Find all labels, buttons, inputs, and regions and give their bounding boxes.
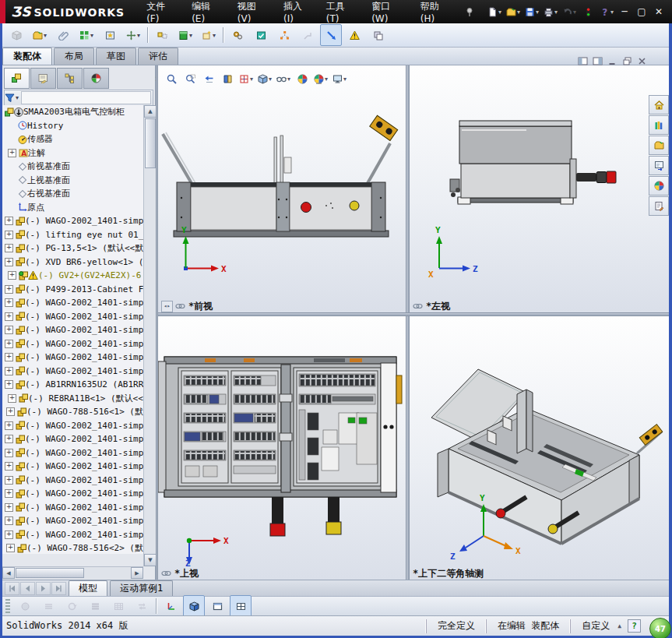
expand-toggle[interactable]: + (8, 149, 16, 157)
tree-item[interactable]: +(-) XVD BR6-yellow<1> ( (2, 256, 143, 270)
close-window-button[interactable]: ✕ (650, 5, 667, 19)
new-document-button[interactable]: ▾ (486, 2, 503, 21)
tree-item[interactable]: 右视基准面 (2, 187, 143, 201)
minimize-window-button[interactable]: ─ (616, 5, 633, 19)
displaymanager-tab[interactable] (83, 68, 109, 89)
dropdown-arrow-icon[interactable]: ▾ (189, 32, 192, 39)
mate-button[interactable] (52, 24, 74, 46)
open-button[interactable]: ▾ (505, 2, 522, 21)
tree-item[interactable]: 上视基准面 (2, 174, 143, 188)
explode-line-sketch-button[interactable] (297, 24, 318, 46)
restore-document-button[interactable] (620, 55, 634, 66)
tree-vertical-scrollbar[interactable]: ▲ ▼ (143, 105, 156, 566)
filter-dropdown-icon[interactable]: ▾ (16, 94, 19, 101)
dropdown-arrow-icon[interactable]: ▾ (287, 76, 290, 83)
tab-layout[interactable]: 布局 (54, 48, 94, 65)
design-library-button[interactable] (649, 115, 669, 135)
dropdown-arrow-icon[interactable]: ▾ (498, 9, 501, 16)
scroll-right-button[interactable]: ▶ (131, 567, 143, 579)
tab-motion-study-1[interactable]: 运动算例1 (110, 580, 173, 596)
linear-component-pattern-button[interactable]: ▾ (76, 24, 97, 46)
tree-item[interactable]: +(-) RE8RA11B<1> (默认<< (2, 392, 143, 406)
dropdown-arrow-icon[interactable]: ▾ (44, 32, 47, 39)
tree-item[interactable]: +(-) WAGO-2002_1401-simp (2, 514, 143, 528)
instant3d-button[interactable] (320, 24, 342, 46)
tree-item[interactable]: +(-) WAGO-2002_1401-simp (2, 214, 143, 228)
filter-input[interactable] (21, 91, 151, 104)
options-traffic-light-button[interactable] (579, 2, 596, 21)
insert-components-button[interactable]: ▾ (29, 24, 51, 46)
tree-item[interactable]: +(-) WAGO-2002_1401-simp (2, 323, 143, 337)
status-expand-arrow-icon[interactable]: ▲ (613, 622, 626, 629)
motion-study-button[interactable] (227, 24, 248, 46)
tree-item[interactable]: +(-) WAGO-2002_1401-simp (2, 501, 143, 515)
expand-toggle[interactable]: + (5, 258, 13, 266)
tree-item[interactable]: +(-) GV2+(GV2+AE2X)-6 (2, 269, 143, 283)
assemblyxpert-button[interactable] (250, 24, 272, 46)
undo-button[interactable]: ▾ (561, 2, 578, 21)
previous-view-button[interactable] (199, 69, 218, 88)
edit-appearance-button[interactable] (293, 69, 311, 88)
dropdown-arrow-icon[interactable]: ▾ (610, 9, 614, 16)
dropdown-arrow-icon[interactable]: ▾ (213, 32, 216, 39)
tree-item[interactable]: 前视基准面 (2, 160, 143, 174)
expand-toggle[interactable]: + (5, 367, 13, 375)
expand-toggle[interactable]: + (5, 421, 13, 430)
next-tab-button[interactable] (36, 582, 51, 595)
dropdown-arrow-icon[interactable]: ▾ (90, 32, 93, 39)
tree-item[interactable]: +(-) WAGO-2002_1401-simp (2, 474, 143, 488)
tree-item[interactable]: +(-) WAGO-788-516<1> (默 (2, 405, 143, 419)
tree-item[interactable]: History (2, 119, 143, 133)
expand-toggle[interactable]: + (5, 530, 13, 539)
tree-item[interactable]: +(-) PG-13,5<1> (默认<<默 (2, 241, 143, 256)
previous-tab-button[interactable] (20, 582, 35, 595)
expand-toggle[interactable]: + (5, 312, 13, 321)
dropdown-arrow-icon[interactable]: ▾ (517, 9, 520, 16)
expand-toggle[interactable]: + (6, 407, 15, 416)
dropdown-arrow-icon[interactable]: ▾ (554, 9, 558, 16)
tree-item[interactable]: +(-) WAGO-2002_1401-simp (2, 460, 143, 474)
pin-menu-button[interactable] (463, 4, 477, 19)
expand-toggle[interactable]: + (5, 353, 13, 361)
filter-driving-button[interactable] (37, 595, 59, 617)
print-button[interactable]: ▾ (542, 2, 559, 21)
display-style-button[interactable]: ▾ (255, 69, 274, 88)
section-view-button[interactable] (218, 69, 237, 88)
smart-fasteners-button[interactable] (99, 24, 121, 46)
minimize-document-button[interactable] (605, 55, 619, 66)
axes-visibility-button[interactable] (160, 595, 181, 617)
expand-toggle[interactable]: + (5, 449, 13, 457)
expand-toggle[interactable]: + (5, 462, 13, 471)
dropdown-arrow-icon[interactable]: ▾ (137, 32, 140, 39)
scroll-down-button[interactable]: ▼ (144, 554, 157, 566)
expand-toggle[interactable]: + (5, 380, 13, 389)
dropdown-arrow-icon[interactable]: ▾ (536, 9, 539, 16)
tree-item[interactable]: +A注解 (2, 146, 143, 160)
tree-item[interactable]: +(-) WAGO-2002_1401-simp (2, 487, 143, 501)
scroll-up-button[interactable]: ▲ (144, 105, 157, 118)
expand-toggle[interactable]: + (5, 503, 13, 512)
tree-item[interactable]: 原点 (2, 201, 143, 215)
expand-toggle[interactable]: + (8, 271, 16, 280)
tree-item[interactable]: +(-) WAGO-788-516<2> (默 (2, 541, 143, 554)
expand-toggle[interactable]: + (5, 231, 13, 239)
pane-scroll-corner[interactable]: ◂▸ (161, 301, 173, 312)
expand-toggle[interactable]: + (5, 326, 13, 334)
expand-toggle[interactable]: + (8, 394, 16, 403)
last-tab-button[interactable] (51, 582, 66, 595)
isometric-viewport[interactable]: Y Z X *上下二等角轴测 (410, 316, 669, 580)
tree-item[interactable]: +(-) lifting eye nut 01_ (2, 228, 143, 242)
edit-component-button[interactable] (5, 24, 27, 46)
assembly-features-button[interactable]: ▾ (174, 24, 196, 46)
front-viewport[interactable]: Y X ◂▸ *前视 (158, 65, 406, 312)
next-window-button[interactable] (590, 55, 604, 66)
maximize-window-button[interactable]: ▢ (633, 5, 650, 19)
expand-toggle[interactable]: + (6, 544, 15, 552)
custom-properties-button[interactable] (649, 196, 669, 216)
tree-item[interactable]: +(-) WAGO-2002_1401-simp (2, 296, 143, 310)
zoom-to-fit-button[interactable] (162, 69, 181, 88)
tree-item[interactable]: 传感器 (2, 132, 143, 146)
file-explorer-button[interactable] (649, 136, 669, 155)
dropdown-arrow-icon[interactable]: ▾ (573, 9, 576, 16)
interference-detection-button[interactable] (343, 24, 365, 46)
